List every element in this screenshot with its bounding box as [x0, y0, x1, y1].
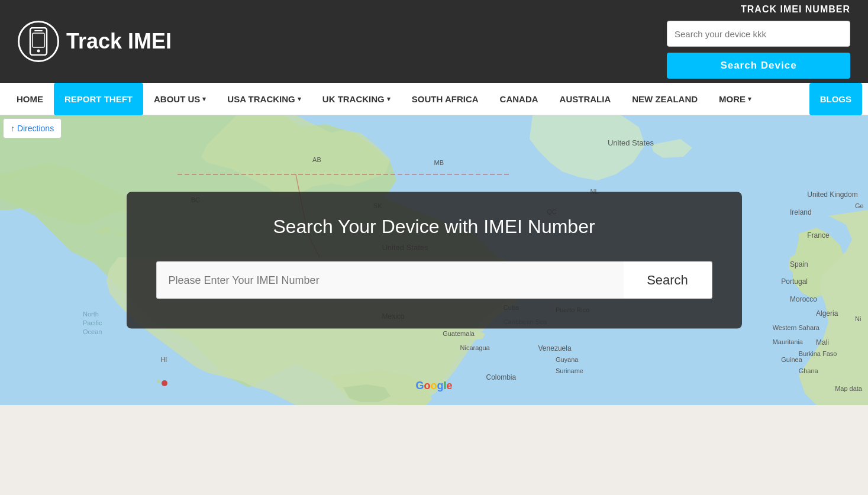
nav-usa-tracking[interactable]: USA TRACKING ▾: [217, 83, 311, 115]
about-us-caret: ▾: [202, 95, 206, 103]
logo-text: Track IMEI: [66, 29, 172, 54]
directions-icon: ↑: [11, 124, 15, 133]
svg-text:Pacific: Pacific: [83, 319, 102, 326]
overlay-search-row: Search: [156, 261, 712, 299]
header-search-input[interactable]: [667, 21, 850, 47]
map-container: North Pacific Ocean United States AB BC …: [0, 115, 868, 405]
nav-uk-tracking[interactable]: UK TRACKING ▾: [312, 83, 401, 115]
svg-point-9: [157, 380, 160, 383]
nav-about-us[interactable]: ABOUT US ▾: [143, 83, 217, 115]
directions-tooltip[interactable]: ↑ Directions: [3, 118, 62, 138]
header-title: TRACK IMEI NUMBER: [741, 4, 850, 15]
nav-australia[interactable]: AUSTRALIA: [549, 83, 622, 115]
more-caret: ▾: [748, 95, 751, 103]
svg-point-8: [162, 380, 167, 386]
header: Track IMEI TRACK IMEI NUMBER Search Devi…: [0, 0, 868, 83]
svg-point-2: [37, 50, 40, 53]
header-right: TRACK IMEI NUMBER Search Device: [667, 4, 850, 79]
directions-label: Directions: [17, 124, 54, 133]
nav-report-theft[interactable]: REPORT THEFT: [54, 83, 143, 115]
nav-canada[interactable]: CANADA: [489, 83, 549, 115]
svg-text:North: North: [83, 310, 99, 318]
nav-blogs[interactable]: BLOGS: [809, 83, 862, 115]
svg-rect-1: [34, 30, 43, 31]
uk-tracking-caret: ▾: [387, 95, 391, 103]
logo-icon: [18, 21, 59, 62]
map-data-label: Map data: [835, 385, 862, 392]
search-overlay: Search Your Device with IMEI Number Sear…: [127, 192, 742, 329]
footer-area: [0, 405, 868, 464]
nav-new-zealand[interactable]: NEW ZEALAND: [621, 83, 708, 115]
nav-more[interactable]: MORE ▾: [708, 83, 762, 115]
svg-text:Ocean: Ocean: [83, 328, 102, 335]
nav-home[interactable]: HOME: [6, 83, 54, 115]
imei-input[interactable]: [156, 261, 624, 299]
logo-area: Track IMEI: [18, 21, 172, 62]
overlay-title: Search Your Device with IMEI Number: [273, 216, 595, 238]
usa-tracking-caret: ▾: [298, 95, 301, 103]
imei-search-button[interactable]: Search: [624, 261, 712, 299]
header-search-button[interactable]: Search Device: [667, 53, 850, 79]
svg-rect-3: [33, 33, 44, 47]
navbar: HOME REPORT THEFT ABOUT US ▾ USA TRACKIN…: [0, 83, 868, 115]
nav-south-africa[interactable]: SOUTH AFRICA: [401, 83, 489, 115]
